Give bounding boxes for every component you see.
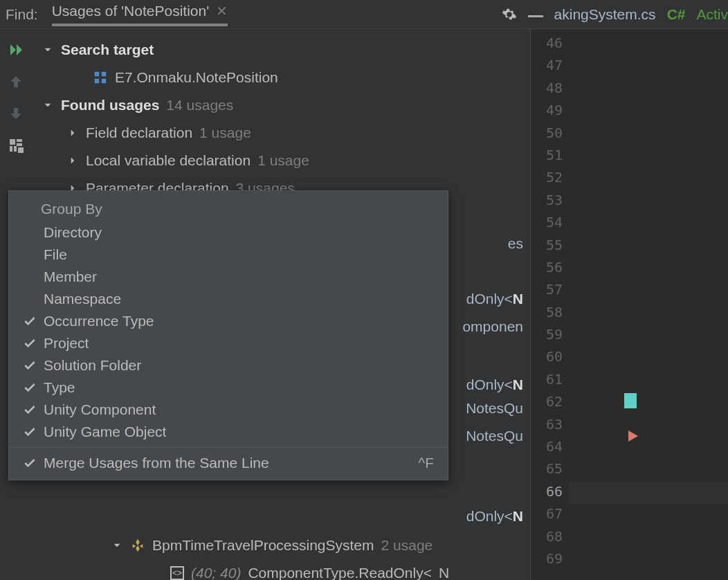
group-by-icon[interactable] [8, 137, 24, 154]
line-number[interactable]: 58 [531, 304, 570, 326]
find-tab-title: Usages of 'NotePosition' [52, 3, 209, 19]
line-number[interactable]: 49 [531, 102, 570, 124]
check-icon [23, 336, 37, 350]
line-number[interactable]: 54 [531, 214, 570, 236]
system-node[interactable]: BpmTimeTravelProcessingSystem 2 usage [111, 532, 433, 559]
popup-item-merge[interactable]: Merge Usages from the Same Line ^F [9, 452, 448, 474]
popup-item-label: Namespace [44, 291, 121, 307]
chevron-right-icon[interactable] [66, 127, 79, 139]
line-number[interactable]: 63 [531, 416, 570, 438]
prev-icon[interactable] [8, 73, 24, 90]
find-label: Find: [6, 6, 38, 23]
line-number[interactable]: 48 [531, 80, 570, 102]
line-number[interactable]: 56 [531, 259, 570, 281]
line-number[interactable]: 61 [531, 371, 570, 393]
popup-item-label: Directory [44, 224, 102, 241]
line-number[interactable]: 55 [531, 237, 570, 259]
check-icon [23, 381, 37, 395]
popup-item-label: File [44, 246, 67, 263]
class-icon [130, 538, 145, 553]
check-icon [23, 314, 37, 328]
line-number[interactable]: 47 [531, 57, 570, 79]
group-by-popup: Group By DirectoryFileMemberNamespaceOcc… [8, 190, 448, 480]
editor-tab-activ[interactable]: Activ [696, 6, 728, 23]
check-icon [23, 425, 37, 439]
popup-item-label: Occurrence Type [44, 313, 154, 329]
find-toolbar: Find: Usages of 'NotePosition' ✕ akingSy… [0, 0, 728, 29]
close-tab-icon[interactable]: ✕ [216, 3, 228, 19]
line-number[interactable]: 51 [531, 147, 570, 169]
popup-shortcut: ^F [418, 455, 434, 471]
check-icon [23, 456, 37, 470]
line-number[interactable]: 50 [531, 125, 570, 147]
usage-group[interactable]: Field declaration 1 usage [66, 119, 523, 147]
line-number[interactable]: 62 [531, 393, 570, 415]
code-peek: dOnly<N [466, 502, 523, 530]
find-tab[interactable]: Usages of 'NotePosition' ✕ [52, 3, 228, 26]
line-number[interactable]: 60 [531, 348, 570, 370]
code-peek: es [508, 230, 523, 257]
popup-item[interactable]: Solution Folder [9, 354, 448, 377]
current-line-highlight [570, 482, 728, 504]
popup-item[interactable]: Unity Component [9, 399, 448, 421]
popup-item[interactable]: Project [9, 332, 448, 354]
marker-highlight[interactable] [624, 393, 637, 408]
popup-separator [9, 447, 448, 448]
line-number[interactable]: 66 [531, 483, 570, 505]
line-number[interactable]: 65 [531, 460, 570, 482]
usage-line[interactable]: <> (40; 40) ComponentType.ReadOnly<N [170, 559, 449, 580]
popup-item[interactable]: Directory [9, 221, 448, 244]
line-number[interactable]: 52 [531, 169, 570, 191]
line-number[interactable]: 57 [531, 281, 570, 303]
code-peek: NotesQu [466, 395, 523, 422]
code-peek: NotesQu [466, 422, 523, 450]
line-number[interactable]: 69 [531, 550, 570, 572]
popup-item-label: Member [44, 269, 97, 285]
chevron-down-icon[interactable] [42, 99, 54, 111]
marker-strip[interactable] [624, 29, 638, 580]
popup-item[interactable]: Occurrence Type [9, 310, 448, 332]
rerun-icon[interactable] [8, 42, 24, 58]
find-tool-icons [0, 32, 32, 154]
line-number[interactable]: 67 [531, 505, 570, 527]
search-target-value[interactable]: E7.Onmaku.NotePosition [93, 64, 523, 91]
popup-item-label: Unity Game Object [44, 424, 166, 440]
struct-icon [93, 70, 108, 85]
popup-item[interactable]: Type [9, 377, 448, 399]
popup-item-label: Unity Component [44, 401, 156, 418]
search-target-node[interactable]: Search target [42, 36, 523, 64]
code-icon: <> [170, 566, 184, 580]
popup-item[interactable]: File [9, 244, 448, 266]
line-number[interactable]: 64 [531, 438, 570, 460]
cs-badge: C# [667, 6, 686, 23]
popup-item-label: Type [44, 379, 75, 396]
editor-tab-file[interactable]: akingSystem.cs [554, 6, 656, 23]
popup-item-label: Solution Folder [44, 357, 141, 374]
minimize-icon[interactable] [528, 15, 543, 17]
usage-group[interactable]: Local variable declaration 1 usage [66, 147, 523, 174]
code-peek: dOnly<N [466, 285, 523, 313]
check-icon [23, 359, 37, 372]
line-number[interactable]: 53 [531, 192, 570, 214]
line-number[interactable]: 46 [531, 35, 570, 57]
chevron-right-icon[interactable] [66, 154, 79, 167]
popup-item[interactable]: Namespace [9, 288, 448, 310]
popup-header: Group By [9, 197, 448, 221]
found-usages-node[interactable]: Found usages 14 usages [42, 91, 523, 119]
chevron-down-icon[interactable] [111, 539, 123, 552]
marker-error[interactable] [628, 431, 638, 442]
line-numbers: 4647484950515253545556575859606162636465… [531, 35, 570, 572]
code-peek: omponen [462, 313, 523, 341]
line-number[interactable]: 68 [531, 528, 570, 550]
editor-area[interactable] [570, 29, 728, 580]
editor-gutter: 4647484950515253545556575859606162636465… [530, 29, 728, 580]
popup-item[interactable]: Member [9, 266, 448, 288]
check-icon [23, 403, 37, 417]
popup-item-label: Project [44, 335, 89, 352]
gear-icon[interactable] [502, 7, 517, 22]
chevron-down-icon[interactable] [42, 44, 54, 56]
popup-item[interactable]: Unity Game Object [9, 421, 448, 443]
next-icon[interactable] [8, 105, 24, 122]
line-number[interactable]: 59 [531, 326, 570, 348]
